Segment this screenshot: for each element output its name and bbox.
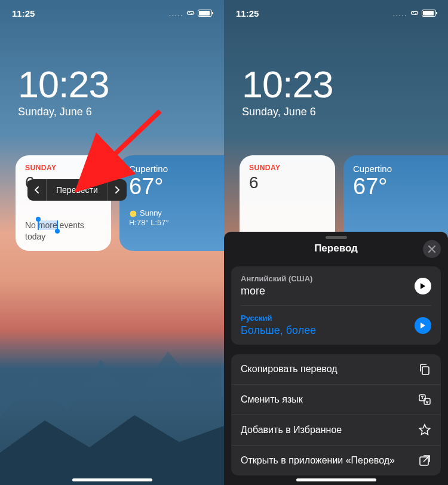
svg-rect-1 — [422, 367, 429, 375]
translate-icon — [418, 393, 431, 406]
status-bar: 11:25 ..... — [224, 0, 448, 26]
weather-condition: Sunny — [129, 208, 224, 218]
home-indicator[interactable] — [296, 478, 376, 481]
translation-card: Английский (США) more Русский Больше, бо… — [231, 266, 441, 345]
status-bar: 11:25 ..... — [0, 0, 224, 26]
home-indicator[interactable] — [72, 478, 152, 481]
star-icon — [418, 423, 431, 437]
sun-icon — [129, 210, 137, 218]
weather-hilo: H:78° L:57° — [129, 218, 224, 227]
lock-clock: 10:23 Sunday, June 6 — [242, 66, 333, 118]
signal-dots-icon: ..... — [169, 8, 183, 18]
weather-widget[interactable]: Cupertino 67° Sunny H:78° L:57° — [119, 155, 224, 251]
external-icon — [418, 454, 431, 467]
calendar-events: No more events today — [25, 220, 102, 242]
link-icon — [186, 10, 195, 17]
lock-time: 10:23 — [18, 66, 109, 103]
weather-city: Cupertino — [129, 164, 224, 174]
weather-temp: 67° — [353, 175, 448, 198]
selected-text[interactable]: more — [38, 220, 57, 230]
context-menu: Перевести — [27, 179, 127, 201]
calendar-weekday: SUNDAY — [249, 164, 326, 172]
phone-left: 11:25 ..... 10:23 Sunday, June 6 SUNDAY … — [0, 0, 224, 485]
target-language: Русский — [241, 314, 316, 323]
action-list: Скопировать перевод Сменить язык Добавит… — [231, 354, 441, 475]
calendar-weekday: SUNDAY — [25, 164, 102, 172]
signal-dots-icon: ..... — [393, 8, 407, 18]
close-button[interactable] — [423, 240, 441, 258]
source-text: more — [241, 285, 312, 297]
target-block: Русский Больше, более — [241, 305, 431, 345]
status-time: 11:25 — [236, 8, 259, 19]
play-source-button[interactable] — [415, 278, 431, 294]
menu-prev-button[interactable] — [27, 179, 47, 201]
widgets-row: SUNDAY 6 No more events today Cupertino … — [16, 155, 224, 251]
source-language: Английский (США) — [241, 274, 312, 283]
copy-icon — [418, 363, 431, 376]
calendar-day: 6 — [249, 173, 326, 192]
status-time: 11:25 — [12, 8, 35, 19]
play-target-button[interactable] — [415, 317, 431, 334]
translate-menu-item[interactable]: Перевести — [47, 179, 108, 201]
switch-language-button[interactable]: Сменить язык — [231, 384, 441, 415]
menu-next-button[interactable] — [108, 179, 127, 201]
calendar-widget[interactable]: SUNDAY 6 No more events today — [16, 155, 111, 251]
lock-date: Sunday, June 6 — [242, 106, 333, 118]
lock-clock: 10:23 Sunday, June 6 — [18, 66, 109, 118]
translation-sheet: Перевод Английский (США) more — [224, 232, 448, 485]
source-block: Английский (США) more — [241, 266, 431, 305]
lock-time: 10:23 — [242, 66, 333, 103]
copy-translation-button[interactable]: Скопировать перевод — [231, 354, 441, 384]
target-text: Больше, более — [241, 324, 316, 337]
open-in-app-button[interactable]: Открыть в приложении «Перевод» — [231, 445, 441, 475]
weather-city: Cupertino — [353, 164, 448, 174]
link-icon — [410, 10, 419, 17]
battery-icon — [422, 10, 436, 17]
sheet-title: Перевод — [224, 242, 448, 254]
battery-icon — [198, 10, 212, 17]
phone-right: 11:25 ..... 10:23 Sunday, June 6 SUNDAY … — [224, 0, 448, 485]
lock-date: Sunday, June 6 — [18, 106, 109, 118]
weather-temp: 67° — [129, 175, 224, 198]
add-favorite-button[interactable]: Добавить в Избранное — [231, 415, 441, 445]
screenshot-pair: 11:25 ..... 10:23 Sunday, June 6 SUNDAY … — [0, 0, 448, 485]
